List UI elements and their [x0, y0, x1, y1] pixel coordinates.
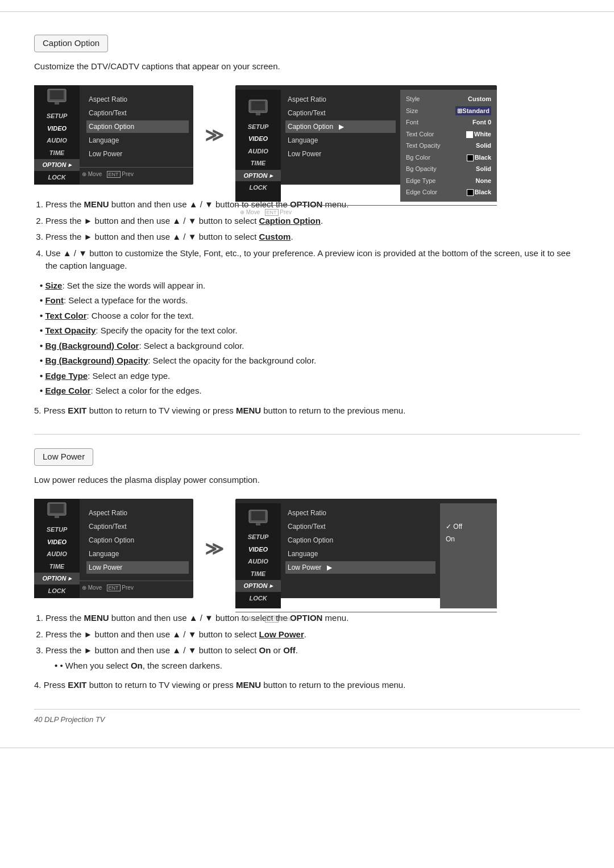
lp-sidebar-time-2: TIME	[235, 568, 281, 580]
caption-option-description: Customize the DTV/CADTV captions that ap…	[34, 60, 580, 73]
lp-arrow: ≫	[205, 535, 224, 562]
lp-sidebar-lock-1: LOCK	[34, 585, 80, 597]
edge-color-row: Edge Color Black	[406, 186, 491, 198]
lp-menu-caption-option-2: Caption Option	[285, 534, 435, 546]
bullet-text-opacity: Text Opacity: Specify the opacity for th…	[40, 324, 580, 337]
lp-sidebar-video-1: VIDEO	[34, 536, 80, 548]
low-power-diagrams: SETUP VIDEO AUDIO TIME OPTION ▸ LOCK Asp…	[34, 499, 580, 598]
font-row: Font Font 0	[406, 116, 491, 128]
arrow-1: ≫	[205, 122, 224, 149]
text-color-row: Text Color White	[406, 128, 491, 140]
lp-on-row: On	[446, 533, 491, 545]
caption-step-5: 5. Press EXIT button to return to TV vie…	[34, 404, 580, 418]
tv-icon-1	[47, 87, 67, 107]
menu-content-1: Aspect Ratio Caption/Text Caption Option…	[82, 90, 193, 164]
menu-bottom-2: ⊕ Move ENT Prev	[235, 205, 497, 217]
menu-caption-option-1: Caption Option	[86, 120, 189, 133]
svg-rect-5	[256, 113, 260, 115]
lp-off-label: ✓ Off	[446, 521, 462, 532]
edge-type-row: Edge Type None	[406, 175, 491, 187]
lp-menu-bottom-2: ⊕ Move ENT Prev	[235, 612, 497, 624]
lp-sidebar-setup-2: SETUP	[235, 531, 281, 543]
lp-menu-caption-text-1: Caption/Text	[86, 520, 189, 533]
menu-language-1: Language	[86, 134, 189, 147]
lp-on-label: On	[446, 534, 455, 544]
sidebar-setup-2: SETUP	[235, 121, 281, 133]
sidebar-setup-1: SETUP	[34, 110, 80, 122]
menu-caption-text-1: Caption/Text	[86, 107, 189, 119]
bullet-edge-type: Edge Type: Select an edge type.	[40, 370, 580, 383]
bg-color-row: Bg Color Black	[406, 152, 491, 164]
lp-sidebar-lock-2: LOCK	[235, 592, 281, 604]
bullet-text-color: Text Color: Choose a color for the text.	[40, 310, 580, 323]
svg-rect-8	[55, 516, 59, 518]
caption-step-4: Use ▲ / ▼ button to customize the Style,…	[45, 247, 580, 273]
lp-step-3: Press the ► button and then use ▲ / ▼ bu…	[45, 644, 580, 672]
caption-diagram-2: SETUP VIDEO AUDIO TIME OPTION ▸ LOCK Asp…	[235, 85, 497, 185]
svg-rect-4	[251, 101, 265, 110]
svg-rect-2	[55, 102, 59, 105]
page-content: Caption Option Customize the DTV/CADTV c…	[0, 11, 614, 748]
lp-menu-language-2: Language	[285, 548, 435, 560]
sidebar-time-1: TIME	[34, 147, 80, 159]
lp-sidebar-left-1: SETUP VIDEO AUDIO TIME OPTION ▸ LOCK	[34, 499, 80, 598]
lp-sidebar-video-2: VIDEO	[235, 544, 281, 556]
lp-sub-bullet-on: • When you select On, the screen darkens…	[55, 660, 580, 673]
lp-step-2: Press the ► button and then use ▲ / ▼ bu…	[45, 628, 580, 641]
sidebar-lock-1: LOCK	[34, 172, 80, 183]
caption-option-instructions: Press the MENU button and then use ▲ / ▼…	[34, 198, 580, 417]
lp-menu-aspect-ratio-2: Aspect Ratio	[285, 507, 435, 519]
menu-low-power-1: Low Power	[86, 148, 189, 160]
lp-side-panel: ✓ Off On	[440, 503, 497, 608]
sidebar-audio-2: AUDIO	[235, 145, 281, 157]
lp-tv-icon-2	[248, 508, 268, 528]
lp-sidebar-option-2: OPTION ▸	[235, 580, 281, 592]
menu-aspect-ratio-2: Aspect Ratio	[285, 93, 396, 106]
low-power-diagram-1: SETUP VIDEO AUDIO TIME OPTION ▸ LOCK Asp…	[34, 499, 193, 598]
bullet-bg-color: Bg (Background) Color: Select a backgrou…	[40, 340, 580, 353]
svg-rect-10	[251, 511, 265, 520]
svg-rect-11	[256, 523, 260, 525]
caption-option-diagrams: SETUP VIDEO AUDIO TIME OPTION ▸ LOCK Asp…	[34, 85, 580, 185]
sidebar-left-1: SETUP VIDEO AUDIO TIME OPTION ▸ LOCK	[34, 85, 80, 185]
lp-sub-bullets: • When you select On, the screen darkens…	[45, 660, 580, 673]
menu-caption-text-2: Caption/Text	[285, 107, 396, 119]
section-divider	[34, 434, 580, 435]
menu-language-2: Language	[285, 134, 396, 147]
sidebar-lock-2: LOCK	[235, 182, 281, 194]
lp-off-row: ✓ Off	[446, 520, 491, 533]
lp-sidebar-left-2: SETUP VIDEO AUDIO TIME OPTION ▸ LOCK	[235, 503, 281, 608]
sidebar-option-1: OPTION ▸	[34, 159, 80, 171]
lp-step-4: 4. Press EXIT button to return to TV vie…	[34, 679, 580, 692]
text-opacity-row: Text Opacity Solid	[406, 140, 491, 152]
low-power-description: Low power reduces the plasma display pow…	[34, 474, 580, 487]
low-power-instructions: Press the MENU button and then use ▲ / ▼…	[34, 612, 580, 692]
caption-side-panel: Style Custom Size ⊞Standard Font Font 0	[400, 90, 497, 202]
bullet-edge-color: Edge Color: Select a color for the edges…	[40, 385, 580, 398]
size-row: Size ⊞Standard	[406, 105, 491, 117]
lp-tv-icon-1	[47, 500, 67, 521]
menu-caption-option-2: Caption Option ▶	[285, 120, 396, 133]
sidebar-left-2: SETUP VIDEO AUDIO TIME OPTION ▸ LOCK	[235, 90, 281, 202]
sidebar-audio-1: AUDIO	[34, 135, 80, 147]
svg-rect-7	[50, 504, 64, 513]
low-power-header: Low Power	[34, 448, 93, 466]
lp-sidebar-setup-1: SETUP	[34, 524, 80, 536]
caption-step-3: Press the ► button and then use ▲ / ▼ bu…	[45, 231, 580, 244]
black-swatch-bg	[467, 155, 474, 161]
lp-menu-content-2: Aspect Ratio Caption/Text Caption Option…	[281, 503, 440, 577]
caption-diagram-1: SETUP VIDEO AUDIO TIME OPTION ▸ LOCK Asp…	[34, 85, 193, 185]
menu-aspect-ratio-1: Aspect Ratio	[86, 93, 189, 106]
sidebar-time-2: TIME	[235, 157, 281, 169]
caption-option-section: Caption Option Customize the DTV/CADTV c…	[34, 35, 580, 417]
lp-sidebar-option-1: OPTION ▸	[34, 573, 80, 585]
sidebar-video-2: VIDEO	[235, 133, 281, 145]
menu-content-2: Aspect Ratio Caption/Text Caption Option…	[281, 90, 400, 164]
black-swatch-edge	[467, 189, 474, 196]
page-footer: 40 DLP Projection TV	[34, 709, 580, 725]
caption-option-header: Caption Option	[34, 35, 108, 52]
tv-icon-2	[248, 98, 268, 118]
low-power-section: Low Power Low power reduces the plasma d…	[34, 448, 580, 692]
bg-opacity-row: Bg Opacity Solid	[406, 163, 491, 175]
low-power-diagram-2: SETUP VIDEO AUDIO TIME OPTION ▸ LOCK Asp…	[235, 499, 497, 598]
